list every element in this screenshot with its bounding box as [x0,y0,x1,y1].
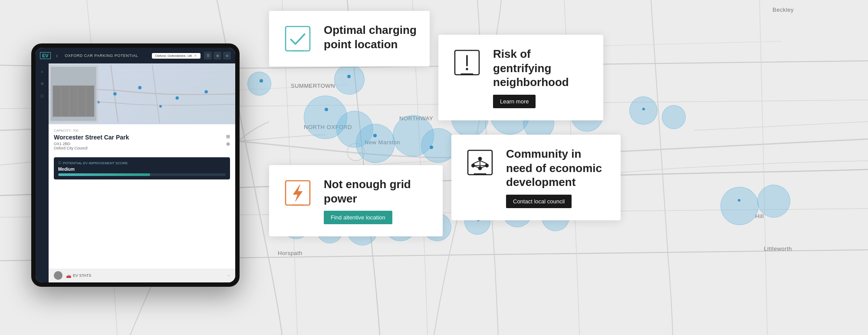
tablet-location-address: OX1 2BD [54,142,129,146]
map-dot-5 [430,146,433,149]
card-community: Community in need of economic developmen… [451,135,621,220]
blue-circle-2 [334,64,365,95]
map-label-beckley: Beckley [773,7,794,13]
svg-point-27 [478,157,482,161]
tablet-location-card: CAPACITY: 700 Worcester Street Car Park … [49,124,235,155]
card-risk-icon [451,47,483,78]
tablet-bottom-bar: 🚗 EV STATS − [49,269,235,282]
card-optimal: Optimal charging point location [269,11,430,66]
map-label-horspath: Littleworth [764,245,792,252]
tablet-icon-1[interactable]: ⊕ [214,52,221,60]
tablet-ev-stats[interactable]: 🚗 EV STATS [66,273,91,278]
network-icon [465,147,495,178]
map-dot-3 [325,108,328,111]
tablet-capacity-label: CAPACITY: 700 [54,129,230,133]
blue-circle-1 [247,72,271,96]
tablet-score-section: ⓘ POTENTIAL EV IMPROVEMENT SCORE Medium [54,157,230,179]
tablet-title: OXFORD CAR PARKING POTENTIAL [65,53,138,58]
tablet-action-icon-2[interactable]: ⊕ [226,141,230,147]
tablet-layers-icon[interactable]: ☰ [204,52,212,60]
svg-point-21 [466,68,468,70]
tablet-score-value: Medium [58,167,226,172]
tablet-back-button[interactable]: ‹ [56,52,58,59]
alert-icon [452,47,482,78]
card-risk: Risk of gentrifying neighborhood Learn m… [438,35,603,120]
bolt-icon [283,178,313,208]
tablet-topbar-icons: ☰ ⊕ ⊖ [204,52,231,60]
tablet-progress-fill [58,173,150,176]
svg-rect-12 [53,86,95,117]
svg-marker-24 [293,185,302,202]
svg-point-6 [175,96,179,100]
card-optimal-content: Optimal charging point location [324,23,417,51]
tablet-sidebar: ⌂ ⊞ ◫ [36,63,49,282]
card-grid-icon [282,177,313,209]
tablet-sidebar-map[interactable]: ⊞ [38,79,46,88]
map-label-new-hinksey: Horspath [278,250,302,256]
tablet-main-area: ⌂ ⊞ ◫ [36,63,235,282]
tablet-location-council: Oxford City Council [54,146,129,150]
map-label-summertown: SUMMERTOWN [291,83,335,89]
tablet-action-icon-1[interactable]: ⊞ [226,134,230,139]
tablet-mini-map-svg [49,63,235,124]
blue-circle-7 [421,128,456,163]
svg-point-4 [113,92,117,96]
tablet-user-avatar[interactable] [54,271,62,280]
tablet-search[interactable]: Oxford, Oxfordshire, UK ✕ [152,53,201,59]
blue-circle-12 [629,96,658,125]
contact-council-button[interactable]: Contact local council [506,195,572,208]
card-grid: Not enough grid power Find altentive loc… [269,165,443,236]
check-icon [283,23,313,54]
card-grid-content: Not enough grid power Find altentive loc… [324,177,430,224]
tablet-search-text: Oxford, Oxfordshire, UK [155,54,192,58]
tablet-expand-icon[interactable]: − [227,273,230,278]
tablet-content-area: CAPACITY: 700 Worcester Street Car Park … [49,63,235,282]
tablet-location-name: Worcester Street Car Park [54,134,129,141]
tablet-map-preview [49,63,235,124]
learn-more-button[interactable]: Learn more [493,95,536,108]
blue-circle-23 [757,185,790,218]
card-community-icon [464,147,496,178]
tablet-topbar: EV ‹ OXFORD CAR PARKING POTENTIAL Oxford… [36,48,235,63]
card-optimal-icon [282,23,313,54]
svg-rect-17 [286,27,310,51]
svg-point-9 [159,105,162,108]
tablet-sidebar-bookmark[interactable]: ◫ [38,91,46,100]
svg-point-5 [138,86,141,90]
card-risk-title: Risk of gentrifying neighborhood [493,47,590,90]
card-risk-content: Risk of gentrifying neighborhood Learn m… [493,47,590,108]
map-dot-14 [738,199,740,202]
map-dot-8 [642,108,645,110]
tablet-device: EV ‹ OXFORD CAR PARKING POTENTIAL Oxford… [31,43,240,287]
tablet-progress-bar [58,173,226,176]
tablet-screen: EV ‹ OXFORD CAR PARKING POTENTIAL Oxford… [36,48,235,282]
svg-point-7 [204,90,208,93]
find-alternative-button[interactable]: Find altentive location [324,211,392,224]
blue-circle-13 [662,105,686,129]
blue-circle-5 [356,124,395,163]
svg-line-31 [473,161,480,164]
card-community-title: Community in need of economic developmen… [506,147,608,189]
tablet-sidebar-home[interactable]: ⌂ [38,67,46,76]
tablet-score-label: ⓘ POTENTIAL EV IMPROVEMENT SCORE [58,161,226,165]
svg-line-32 [480,161,487,164]
blue-circle-22 [720,187,759,225]
card-grid-title: Not enough grid power [324,177,430,206]
map-dot-2 [347,75,351,78]
map-dot-1 [260,79,263,83]
card-community-content: Community in need of economic developmen… [506,147,608,208]
map-dot-4 [373,134,377,137]
tablet-icon-2[interactable]: ⊖ [223,52,231,60]
card-optimal-title: Optimal charging point location [324,23,417,51]
tablet-search-x-icon[interactable]: ✕ [194,54,197,58]
tablet-logo: EV [40,52,51,59]
